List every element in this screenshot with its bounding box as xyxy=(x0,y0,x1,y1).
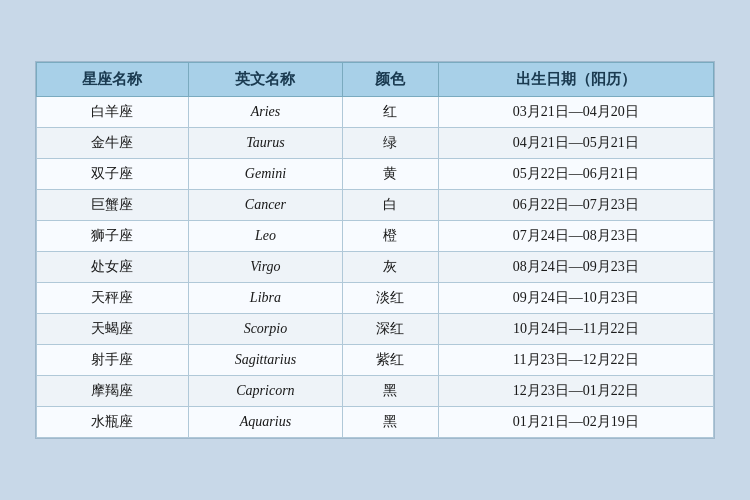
cell-english-name: Capricorn xyxy=(188,376,342,407)
cell-english-name: Aquarius xyxy=(188,407,342,438)
header-dates: 出生日期（阳历） xyxy=(438,63,713,97)
table-row: 摩羯座Capricorn黑12月23日—01月22日 xyxy=(37,376,714,407)
cell-english-name: Cancer xyxy=(188,190,342,221)
cell-chinese-name: 金牛座 xyxy=(37,128,189,159)
cell-chinese-name: 天蝎座 xyxy=(37,314,189,345)
cell-dates: 08月24日—09月23日 xyxy=(438,252,713,283)
cell-dates: 03月21日—04月20日 xyxy=(438,97,713,128)
cell-english-name: Taurus xyxy=(188,128,342,159)
cell-dates: 11月23日—12月22日 xyxy=(438,345,713,376)
cell-dates: 04月21日—05月21日 xyxy=(438,128,713,159)
header-chinese-name: 星座名称 xyxy=(37,63,189,97)
cell-color: 黑 xyxy=(343,376,439,407)
cell-chinese-name: 摩羯座 xyxy=(37,376,189,407)
cell-dates: 05月22日—06月21日 xyxy=(438,159,713,190)
table-body: 白羊座Aries红03月21日—04月20日金牛座Taurus绿04月21日—0… xyxy=(37,97,714,438)
cell-english-name: Virgo xyxy=(188,252,342,283)
cell-color: 白 xyxy=(343,190,439,221)
table-header-row: 星座名称 英文名称 颜色 出生日期（阳历） xyxy=(37,63,714,97)
cell-color: 深红 xyxy=(343,314,439,345)
table-row: 双子座Gemini黄05月22日—06月21日 xyxy=(37,159,714,190)
header-english-name: 英文名称 xyxy=(188,63,342,97)
cell-color: 黑 xyxy=(343,407,439,438)
header-color: 颜色 xyxy=(343,63,439,97)
table-row: 金牛座Taurus绿04月21日—05月21日 xyxy=(37,128,714,159)
cell-chinese-name: 双子座 xyxy=(37,159,189,190)
table-row: 水瓶座Aquarius黑01月21日—02月19日 xyxy=(37,407,714,438)
cell-english-name: Scorpio xyxy=(188,314,342,345)
cell-color: 灰 xyxy=(343,252,439,283)
cell-dates: 09月24日—10月23日 xyxy=(438,283,713,314)
cell-english-name: Libra xyxy=(188,283,342,314)
table-row: 天秤座Libra淡红09月24日—10月23日 xyxy=(37,283,714,314)
cell-chinese-name: 巨蟹座 xyxy=(37,190,189,221)
table-row: 天蝎座Scorpio深红10月24日—11月22日 xyxy=(37,314,714,345)
cell-chinese-name: 天秤座 xyxy=(37,283,189,314)
cell-english-name: Aries xyxy=(188,97,342,128)
table-row: 射手座Sagittarius紫红11月23日—12月22日 xyxy=(37,345,714,376)
cell-english-name: Sagittarius xyxy=(188,345,342,376)
cell-color: 紫红 xyxy=(343,345,439,376)
cell-color: 绿 xyxy=(343,128,439,159)
cell-chinese-name: 处女座 xyxy=(37,252,189,283)
cell-english-name: Gemini xyxy=(188,159,342,190)
cell-english-name: Leo xyxy=(188,221,342,252)
table-row: 狮子座Leo橙07月24日—08月23日 xyxy=(37,221,714,252)
cell-dates: 07月24日—08月23日 xyxy=(438,221,713,252)
cell-dates: 06月22日—07月23日 xyxy=(438,190,713,221)
cell-dates: 01月21日—02月19日 xyxy=(438,407,713,438)
table-row: 巨蟹座Cancer白06月22日—07月23日 xyxy=(37,190,714,221)
cell-chinese-name: 射手座 xyxy=(37,345,189,376)
cell-color: 淡红 xyxy=(343,283,439,314)
cell-chinese-name: 水瓶座 xyxy=(37,407,189,438)
cell-color: 橙 xyxy=(343,221,439,252)
zodiac-table: 星座名称 英文名称 颜色 出生日期（阳历） 白羊座Aries红03月21日—04… xyxy=(36,62,714,438)
cell-chinese-name: 白羊座 xyxy=(37,97,189,128)
cell-color: 红 xyxy=(343,97,439,128)
cell-dates: 12月23日—01月22日 xyxy=(438,376,713,407)
cell-chinese-name: 狮子座 xyxy=(37,221,189,252)
table-row: 处女座Virgo灰08月24日—09月23日 xyxy=(37,252,714,283)
cell-color: 黄 xyxy=(343,159,439,190)
table-row: 白羊座Aries红03月21日—04月20日 xyxy=(37,97,714,128)
zodiac-table-container: 星座名称 英文名称 颜色 出生日期（阳历） 白羊座Aries红03月21日—04… xyxy=(35,61,715,439)
cell-dates: 10月24日—11月22日 xyxy=(438,314,713,345)
